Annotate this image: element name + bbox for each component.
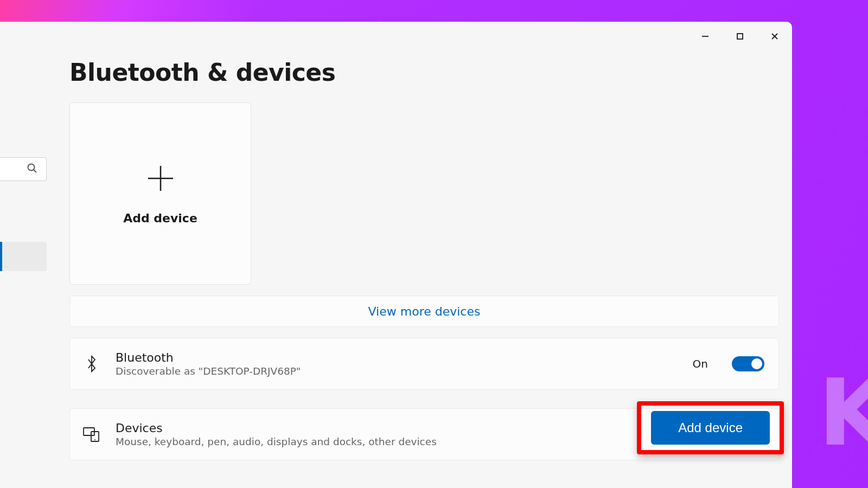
bluetooth-title: Bluetooth — [116, 351, 679, 364]
view-more-devices-link[interactable]: View more devices — [69, 296, 779, 327]
add-device-card-label: Add device — [123, 211, 197, 225]
page-title: Bluetooth & devices — [69, 59, 779, 86]
add-device-card[interactable]: Add device — [69, 102, 251, 285]
bluetooth-icon — [82, 355, 101, 373]
maximize-button[interactable] — [723, 22, 757, 51]
titlebar-controls — [688, 22, 792, 51]
watermark-letter: K — [818, 359, 868, 466]
sidebar-item-active[interactable] — [0, 242, 47, 271]
minimize-button[interactable] — [688, 22, 723, 51]
svg-point-10 — [94, 439, 95, 440]
main-content: Bluetooth & devices Add device View more… — [69, 59, 779, 479]
svg-rect-1 — [737, 34, 743, 39]
devices-row[interactable]: Devices Mouse, keyboard, pen, audio, dis… — [69, 408, 779, 460]
bluetooth-status-label: On — [693, 357, 708, 370]
sidebar-fragment — [0, 157, 47, 271]
plus-icon — [145, 163, 176, 196]
bluetooth-toggle[interactable] — [732, 356, 764, 371]
settings-window: Bluetooth & devices Add device View more… — [0, 22, 792, 488]
bluetooth-subtitle: Discoverable as "DESKTOP-DRJV68P" — [116, 365, 679, 377]
search-icon — [27, 163, 37, 176]
annotation-highlight: Add device — [637, 401, 784, 454]
svg-point-4 — [28, 164, 35, 171]
toggle-knob — [751, 358, 762, 369]
search-input[interactable] — [0, 157, 47, 181]
view-more-label: View more devices — [368, 305, 481, 318]
add-device-button[interactable]: Add device — [651, 411, 770, 445]
bluetooth-texts: Bluetooth Discoverable as "DESKTOP-DRJV6… — [116, 351, 679, 377]
svg-line-5 — [34, 170, 36, 172]
device-cards-row: Add device — [69, 102, 779, 285]
close-button[interactable] — [757, 22, 792, 51]
devices-icon — [82, 426, 101, 442]
bluetooth-toggle-row: Bluetooth Discoverable as "DESKTOP-DRJV6… — [69, 338, 779, 390]
